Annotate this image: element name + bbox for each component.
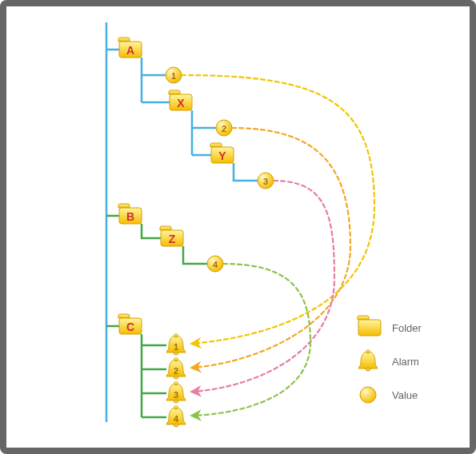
legend-folder: Folder (358, 316, 422, 336)
branch-A-children (142, 58, 170, 102)
diagram-svg: A X Y B Z C 1 2 3 4 1 2 (6, 6, 470, 448)
value-3-label: 3 (263, 177, 268, 186)
folder-Y-label: Y (218, 149, 226, 162)
value-1-label: 1 (171, 71, 176, 81)
value-4: 4 (207, 256, 223, 272)
value-4-label: 4 (213, 260, 218, 269)
branch-C-children (142, 334, 166, 417)
folder-B: B (118, 204, 142, 224)
alarm-2: 2 (166, 358, 186, 379)
link-v1-a1 (182, 75, 374, 344)
alarm-4: 4 (166, 406, 186, 427)
legend: Folder Alarm Value (358, 316, 422, 403)
value-3: 3 (258, 173, 274, 189)
folder-X-label: X (177, 97, 185, 110)
folder-C: C (118, 314, 142, 334)
folder-Z: Z (160, 226, 183, 246)
folder-B-label: B (126, 210, 134, 223)
value-2-label: 2 (222, 124, 226, 133)
branch-Z-to-v4 (183, 246, 207, 264)
folder-Y: Y (210, 143, 234, 163)
link-v4-a4 (192, 264, 310, 416)
alarm-3: 3 (166, 382, 186, 403)
legend-alarm: Alarm (358, 350, 419, 371)
value-2: 2 (216, 120, 232, 136)
alarm-1: 1 (166, 334, 186, 355)
folder-C-label: C (126, 321, 134, 333)
alarm-2-label: 2 (174, 366, 178, 376)
folder-A: A (118, 38, 142, 58)
link-v2-a2 (192, 128, 350, 368)
legend-value-label: Value (392, 389, 418, 401)
alarm-4-label: 4 (174, 414, 179, 424)
legend-folder-label: Folder (392, 322, 422, 334)
alarm-3-label: 3 (174, 390, 178, 400)
folder-Z-label: Z (169, 233, 176, 245)
value-1: 1 (166, 67, 182, 83)
link-v3-a3 (192, 181, 334, 392)
diagram-frame: A X Y B Z C 1 2 3 4 1 2 (0, 0, 476, 454)
branch-Y-children (234, 163, 258, 181)
alarm-1-label: 1 (174, 342, 178, 352)
folder-A-label: A (126, 44, 134, 57)
folder-X: X (169, 90, 192, 110)
legend-alarm-label: Alarm (392, 356, 419, 368)
legend-value: Value (360, 387, 418, 403)
branch-B-to-Z (142, 224, 161, 238)
